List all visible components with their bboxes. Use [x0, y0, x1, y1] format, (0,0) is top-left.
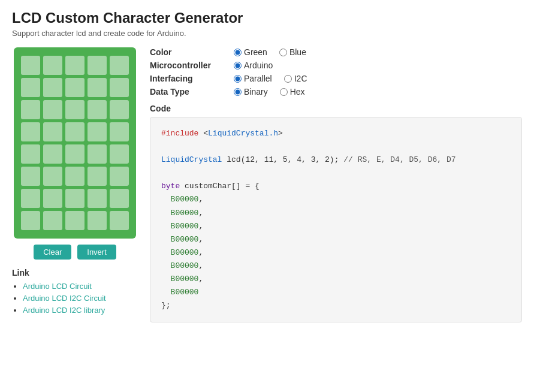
datatype-radio-group: Binary Hex — [234, 87, 305, 97]
page-subtitle: Support character lcd and create code fo… — [12, 29, 522, 38]
page-title: LCD Custom Character Generator — [12, 10, 522, 26]
lcd-cell[interactable] — [65, 100, 85, 119]
micro-row: Microcontroller Arduino — [150, 61, 522, 70]
lcd-cell[interactable] — [65, 78, 85, 97]
lcd-cell[interactable] — [43, 189, 62, 208]
lcd-cell[interactable] — [65, 122, 85, 141]
code-line-9: B00000, — [161, 233, 511, 246]
interface-parallel-option[interactable]: Parallel — [234, 74, 272, 83]
code-line-7: B00000, — [161, 207, 511, 220]
lcd-cell[interactable] — [88, 189, 107, 208]
lcd-cell[interactable] — [21, 144, 40, 164]
code-line-13: B00000 — [161, 286, 511, 299]
lcd-cell[interactable] — [21, 189, 40, 208]
datatype-row: Data Type Binary Hex — [150, 87, 522, 97]
list-item: Arduino LCD Circuit — [23, 281, 106, 291]
lcd-cell[interactable] — [65, 144, 85, 164]
interface-radio-group: Parallel I2C — [234, 74, 307, 83]
lcd-cell[interactable] — [110, 167, 129, 186]
code-line-11: B00000, — [161, 260, 511, 273]
link-section: Link Arduino LCD Circuit Arduino LCD I2C… — [12, 268, 106, 317]
list-item: Arduino LCD I2C Circuit — [23, 293, 106, 303]
buttons-row: Clear Invert — [34, 245, 116, 260]
lcd-cell[interactable] — [21, 122, 40, 141]
right-panel: Color Green Blue Microcontroller Arduino — [150, 47, 522, 322]
code-label: Code — [150, 104, 522, 113]
arduino-lcd-i2c-library-link[interactable]: Arduino LCD I2C library — [23, 306, 105, 315]
clear-button[interactable]: Clear — [34, 245, 71, 260]
interface-row: Interfacing Parallel I2C — [150, 74, 522, 83]
lcd-cell[interactable] — [110, 189, 129, 208]
interface-i2c-radio[interactable] — [284, 75, 292, 83]
color-row: Color Green Blue — [150, 47, 522, 57]
arduino-lcd-i2c-circuit-link[interactable]: Arduino LCD I2C Circuit — [23, 294, 106, 303]
lcd-cell[interactable] — [110, 122, 129, 141]
lcd-cell[interactable] — [43, 144, 62, 164]
lcd-cell[interactable] — [21, 78, 40, 97]
code-line-14: }; — [161, 299, 511, 312]
datatype-label: Data Type — [150, 87, 234, 97]
color-green-radio[interactable] — [234, 49, 242, 56]
code-line-5: byte customChar[] = { — [161, 180, 511, 193]
datatype-binary-option[interactable]: Binary — [234, 87, 268, 97]
code-line-8: B00000, — [161, 220, 511, 233]
lcd-grid — [21, 56, 129, 230]
lcd-cell[interactable] — [88, 122, 107, 141]
micro-label: Microcontroller — [150, 61, 234, 70]
lcd-cell[interactable] — [43, 100, 62, 119]
arduino-lcd-circuit-link[interactable]: Arduino LCD Circuit — [23, 282, 92, 291]
lcd-cell[interactable] — [43, 211, 62, 230]
interface-label: Interfacing — [150, 74, 234, 83]
lcd-cell[interactable] — [43, 78, 62, 97]
lcd-cell[interactable] — [88, 144, 107, 164]
color-green-option[interactable]: Green — [234, 47, 267, 57]
lcd-cell[interactable] — [21, 56, 40, 75]
invert-button[interactable]: Invert — [77, 245, 116, 260]
lcd-cell[interactable] — [110, 211, 129, 230]
lcd-cell[interactable] — [21, 100, 40, 119]
lcd-cell[interactable] — [88, 167, 107, 186]
lcd-cell[interactable] — [88, 100, 107, 119]
lcd-cell[interactable] — [65, 211, 85, 230]
interface-parallel-radio[interactable] — [234, 75, 242, 83]
color-blue-option[interactable]: Blue — [279, 47, 306, 57]
code-block: #include <LiquidCrystal.h> LiquidCrystal… — [150, 117, 522, 322]
lcd-cell[interactable] — [110, 56, 129, 75]
code-include: #include — [161, 129, 198, 138]
lcd-cell[interactable] — [65, 189, 85, 208]
lcd-cell[interactable] — [43, 56, 62, 75]
lcd-cell[interactable] — [88, 56, 107, 75]
code-line-12: B00000, — [161, 273, 511, 286]
datatype-hex-radio[interactable] — [280, 88, 288, 96]
micro-arduino-option[interactable]: Arduino — [234, 61, 273, 70]
lcd-cell[interactable] — [88, 78, 107, 97]
code-line-3: LiquidCrystal lcd(12, 11, 5, 4, 3, 2); /… — [161, 153, 511, 167]
datatype-binary-radio[interactable] — [234, 88, 242, 96]
color-radio-group: Green Blue — [234, 47, 306, 57]
color-blue-radio[interactable] — [279, 49, 287, 56]
lcd-cell[interactable] — [43, 167, 62, 186]
micro-arduino-radio[interactable] — [234, 62, 242, 70]
lcd-cell[interactable] — [110, 100, 129, 119]
code-line-10: B00000, — [161, 246, 511, 260]
options-table: Color Green Blue Microcontroller Arduino — [150, 47, 522, 97]
lcd-cell[interactable] — [110, 144, 129, 164]
lcd-cell[interactable] — [43, 122, 62, 141]
lcd-cell[interactable] — [110, 78, 129, 97]
lcd-cell[interactable] — [88, 211, 107, 230]
lcd-cell[interactable] — [21, 167, 40, 186]
interface-i2c-option[interactable]: I2C — [284, 74, 307, 83]
lcd-cell[interactable] — [65, 56, 85, 75]
list-item: Arduino LCD I2C library — [23, 305, 106, 315]
code-line-6: B00000, — [161, 193, 511, 206]
lcd-cell[interactable] — [65, 167, 85, 186]
link-list: Arduino LCD Circuit Arduino LCD I2C Circ… — [12, 281, 106, 315]
link-section-title: Link — [12, 268, 106, 278]
lcd-grid-container — [14, 47, 136, 239]
code-blank-1 — [161, 140, 511, 153]
code-blank-2 — [161, 167, 511, 180]
color-label: Color — [150, 47, 234, 57]
micro-radio-group: Arduino — [234, 61, 273, 70]
datatype-hex-option[interactable]: Hex — [280, 87, 305, 97]
lcd-cell[interactable] — [21, 211, 40, 230]
